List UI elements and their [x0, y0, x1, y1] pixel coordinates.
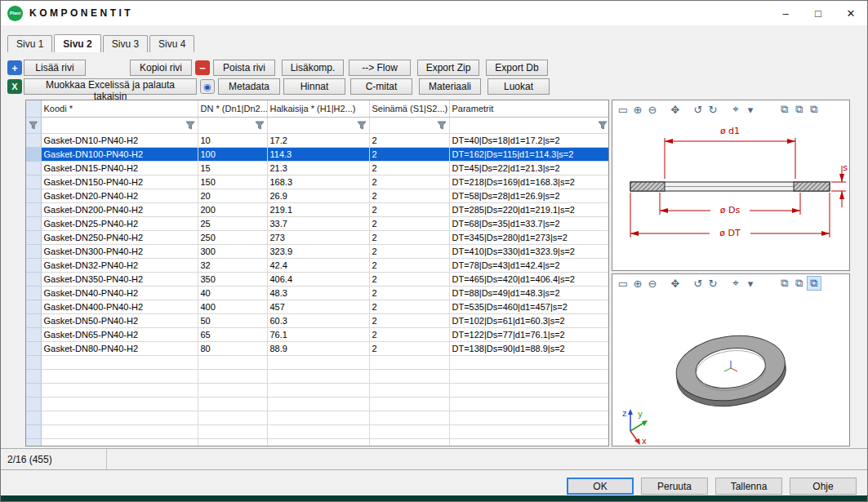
cell-dn[interactable]: 150 — [198, 175, 267, 189]
filter-cell-seinama[interactable] — [369, 117, 449, 133]
metadata-icon[interactable]: ◉ — [200, 79, 215, 94]
cell-dn[interactable]: 250 — [198, 230, 267, 244]
delete-row-icon[interactable]: − — [195, 60, 210, 75]
delete-row-button[interactable]: Poista rivi — [213, 60, 275, 76]
filter-cell-koodi[interactable] — [41, 117, 198, 133]
c-dims-button[interactable]: C-mitat — [350, 78, 412, 95]
copy-image-icon[interactable]: ⧉ — [792, 102, 807, 117]
table-row[interactable]: Gasket-DN40-PN40-H24048.32DT=88|Ds=49|d1… — [26, 286, 609, 300]
cell-halkaisija[interactable]: 48.3 — [267, 286, 369, 300]
copy-image-icon[interactable]: ⧉ — [792, 276, 807, 291]
row-selector[interactable] — [26, 230, 41, 244]
copy-view-icon[interactable]: ⧉ — [777, 102, 792, 117]
cell-halkaisija[interactable]: 60.3 — [267, 313, 369, 327]
cell-halkaisija[interactable]: 21.3 — [267, 161, 369, 175]
zoom-extents-icon[interactable]: ⌖ — [728, 276, 743, 291]
pan-icon[interactable]: ✥ — [668, 102, 683, 117]
cell-dn[interactable]: 300 — [198, 244, 267, 258]
table-row[interactable]: Gasket-DN300-PN40-H2300323.92DT=410|Ds=3… — [26, 244, 609, 258]
rotate-ccw-icon[interactable]: ↺ — [691, 276, 706, 291]
cell-parametrit[interactable]: DT=88|Ds=49|d1=48.3|s=2 — [449, 286, 609, 300]
cell-koodi[interactable]: Gasket-DN250-PN40-H2 — [41, 230, 198, 244]
cell-koodi[interactable]: Gasket-DN300-PN40-H2 — [41, 244, 198, 258]
minimize-button[interactable]: – — [769, 1, 802, 25]
cell-seinama[interactable]: 2 — [369, 175, 449, 189]
cell-halkaisija[interactable]: 33.7 — [267, 216, 369, 230]
cell-parametrit[interactable]: DT=78|Ds=43|d1=42.4|s=2 — [449, 258, 609, 272]
cell-seinama[interactable]: 2 — [369, 230, 449, 244]
table-row[interactable]: Gasket-DN32-PN40-H23242.42DT=78|Ds=43|d1… — [26, 258, 609, 272]
copy-row-button[interactable]: Kopioi rivi — [130, 60, 192, 76]
cell-halkaisija[interactable]: 17.2 — [267, 133, 369, 147]
table-row[interactable]: Gasket-DN25-PN40-H22533.72DT=68|Ds=35|d1… — [26, 216, 609, 230]
table-row[interactable]: Gasket-DN400-PN40-H24004572DT=535|Ds=460… — [26, 300, 609, 313]
table-row[interactable]: Gasket-DN50-PN40-H25060.32DT=102|Ds=61|d… — [26, 313, 609, 327]
filter-icon[interactable] — [201, 121, 265, 130]
ok-button[interactable]: OK — [567, 478, 634, 495]
add-row-button[interactable]: Lisää rivi — [24, 60, 86, 76]
select-region-icon[interactable]: ▭ — [616, 102, 630, 117]
filter-icon[interactable] — [270, 121, 367, 130]
cell-seinama[interactable]: 2 — [369, 327, 449, 341]
table-row[interactable]: Gasket-DN200-PN40-H2200219.12DT=285|Ds=2… — [26, 202, 609, 216]
cell-koodi[interactable]: Gasket-DN50-PN40-H2 — [41, 313, 198, 327]
cell-parametrit[interactable]: DT=68|Ds=35|d1=33.7|s=2 — [449, 216, 609, 230]
cell-halkaisija[interactable]: 76.1 — [267, 327, 369, 341]
cell-koodi[interactable]: Gasket-DN32-PN40-H2 — [41, 258, 198, 272]
cell-seinama[interactable]: 2 — [369, 300, 449, 313]
row-selector[interactable] — [26, 286, 41, 300]
row-selector[interactable] — [26, 244, 41, 258]
cell-seinama[interactable]: 2 — [369, 258, 449, 272]
metadata-button[interactable]: Metadata — [218, 78, 280, 95]
cell-parametrit[interactable]: DT=410|Ds=330|d1=323.9|s=2 — [449, 244, 609, 258]
pan-icon[interactable]: ✥ — [668, 276, 683, 291]
cell-seinama[interactable]: 2 — [369, 286, 449, 300]
cell-dn[interactable]: 200 — [198, 202, 267, 216]
row-selector[interactable] — [26, 147, 41, 161]
column-header-koodi[interactable]: Koodi * — [41, 100, 198, 117]
cell-koodi[interactable]: Gasket-DN400-PN40-H2 — [41, 300, 198, 313]
tab-sivu-2[interactable]: Sivu 2 — [54, 34, 100, 52]
zoom-in-icon[interactable]: ⊕ — [630, 276, 645, 291]
cell-halkaisija[interactable]: 457 — [267, 300, 369, 313]
cell-parametrit[interactable]: DT=138|Ds=90|d1=88.9|s=2 — [449, 341, 609, 355]
cell-seinama[interactable]: 2 — [369, 216, 449, 230]
cell-koodi[interactable]: Gasket-DN25-PN40-H2 — [41, 216, 198, 230]
cell-seinama[interactable]: 2 — [369, 244, 449, 258]
export-zip-button[interactable]: Export Zip — [417, 60, 479, 76]
table-row[interactable]: Gasket-DN350-PN40-H2350406.42DT=465|Ds=4… — [26, 272, 609, 286]
view-options-icon[interactable]: ▾ — [743, 276, 758, 291]
filter-icon[interactable] — [452, 121, 608, 130]
categories-button[interactable]: Luokat — [487, 78, 550, 95]
row-selector[interactable] — [26, 313, 41, 327]
row-selector[interactable] — [26, 189, 41, 202]
zoom-out-icon[interactable]: ⊖ — [645, 276, 660, 291]
prices-button[interactable]: Hinnat — [283, 78, 345, 95]
cell-halkaisija[interactable]: 168.3 — [267, 175, 369, 189]
cell-parametrit[interactable]: DT=122|Ds=77|d1=76.1|s=2 — [449, 327, 609, 341]
cell-dn[interactable]: 25 — [198, 216, 267, 230]
column-header-halkaisija[interactable]: Halkaisija * (H1|H2...) — [267, 100, 369, 117]
filter-icon[interactable] — [44, 121, 195, 130]
cell-seinama[interactable]: 2 — [369, 272, 449, 286]
table-row[interactable]: Gasket-DN65-PN40-H26576.12DT=122|Ds=77|d… — [26, 327, 609, 341]
table-row[interactable]: Gasket-DN80-PN40-H28088.92DT=138|Ds=90|d… — [26, 341, 609, 355]
row-selector[interactable] — [26, 341, 41, 355]
cell-seinama[interactable]: 2 — [369, 189, 449, 202]
cell-dn[interactable]: 15 — [198, 161, 267, 175]
table-row[interactable]: Gasket-DN250-PN40-H22502732DT=345|Ds=280… — [26, 230, 609, 244]
cell-halkaisija[interactable]: 219.1 — [267, 202, 369, 216]
filter-icon[interactable] — [372, 121, 447, 130]
column-header-dn[interactable]: DN * (Dn1|Dn2...) — [198, 100, 267, 117]
save-view-icon[interactable]: ⧉ — [807, 102, 821, 117]
cell-parametrit[interactable]: DT=465|Ds=420|d1=406.4|s=2 — [449, 272, 609, 286]
row-selector[interactable] — [26, 216, 41, 230]
cell-koodi[interactable]: Gasket-DN40-PN40-H2 — [41, 286, 198, 300]
cell-seinama[interactable]: 2 — [369, 341, 449, 355]
select-region-icon[interactable]: ▭ — [616, 276, 630, 291]
cell-koodi[interactable]: Gasket-DN10-PN40-H2 — [41, 133, 198, 147]
close-button[interactable]: ✕ — [835, 1, 867, 25]
cell-koodi[interactable]: Gasket-DN350-PN40-H2 — [41, 272, 198, 286]
filter-icon[interactable] — [29, 121, 38, 130]
column-header-seinama[interactable]: Seinämä (S1|S2...) — [369, 100, 449, 117]
